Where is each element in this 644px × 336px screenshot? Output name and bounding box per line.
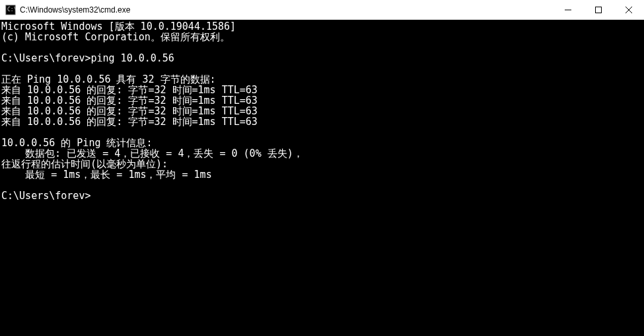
close-icon bbox=[626, 7, 632, 13]
maximize-button[interactable] bbox=[583, 0, 614, 20]
minimize-icon bbox=[565, 7, 571, 13]
window-controls bbox=[553, 0, 644, 19]
ping-stats-time: 最短 = 1ms，最长 = 1ms，平均 = 1ms bbox=[1, 169, 212, 181]
svg-rect-3 bbox=[596, 7, 602, 13]
prompt-command: C:\Users\forev>ping 10.0.0.56 bbox=[1, 52, 174, 64]
terminal-output[interactable]: Microsoft Windows [版本 10.0.19044.1586] (… bbox=[0, 20, 644, 336]
close-button[interactable] bbox=[614, 0, 644, 20]
maximize-icon bbox=[595, 7, 602, 13]
window-title: C:\Windows\system32\cmd.exe bbox=[20, 5, 553, 15]
copyright-line: (c) Microsoft Corporation。保留所有权利。 bbox=[1, 31, 230, 43]
ping-reply: 来自 10.0.0.56 的回复: 字节=32 时间=1ms TTL=63 bbox=[1, 116, 258, 128]
cmd-icon: C:\ bbox=[5, 5, 16, 15]
minimize-button[interactable] bbox=[553, 0, 583, 20]
prompt-idle: C:\Users\forev> bbox=[1, 190, 90, 202]
svg-text:C:\: C:\ bbox=[7, 7, 16, 13]
window-titlebar: C:\ C:\Windows\system32\cmd.exe bbox=[0, 0, 644, 20]
